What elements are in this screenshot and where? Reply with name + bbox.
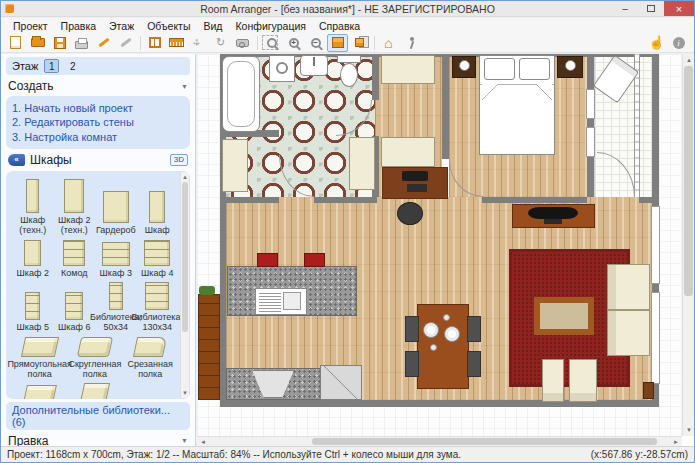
- floor-1-button[interactable]: 1: [44, 59, 59, 73]
- eraser-tool-button[interactable]: [115, 34, 136, 52]
- zoom-selection-button[interactable]: [261, 34, 282, 52]
- link-room-settings[interactable]: 3. Настройка комнат: [12, 130, 184, 144]
- lamp[interactable]: [459, 60, 470, 71]
- dishwasher[interactable]: [320, 365, 362, 400]
- open-button[interactable]: [27, 34, 48, 52]
- create-section-header[interactable]: Создать ▼: [6, 75, 190, 96]
- furniture-item[interactable]: [67, 380, 122, 399]
- draw-tool-button[interactable]: [93, 34, 114, 52]
- furniture-item[interactable]: Гардероб: [95, 176, 137, 237]
- move-objects-button[interactable]: ↔↕: [188, 34, 209, 52]
- edit-walls-button[interactable]: [144, 34, 165, 52]
- maximize-button[interactable]: [638, 1, 664, 16]
- menu-configuration[interactable]: Конфигурация: [229, 19, 311, 33]
- save-button[interactable]: [49, 34, 70, 52]
- tv[interactable]: [528, 207, 578, 219]
- dimensions-button[interactable]: [166, 34, 187, 52]
- monitor[interactable]: [402, 171, 428, 181]
- furniture-item[interactable]: Шкаф (техн.): [12, 176, 54, 237]
- toilet-bowl[interactable]: [340, 63, 358, 87]
- armchair[interactable]: [542, 359, 564, 402]
- menu-help[interactable]: Справка: [313, 19, 366, 33]
- window[interactable]: [651, 206, 660, 284]
- furniture-item[interactable]: Шкаф 4: [137, 237, 179, 279]
- dining-chair[interactable]: [467, 351, 481, 377]
- dining-chair[interactable]: [405, 351, 419, 377]
- print-button[interactable]: [71, 34, 92, 52]
- plant[interactable]: [199, 286, 215, 295]
- furniture-item[interactable]: Библиотека; 50x34: [95, 279, 137, 334]
- menu-project[interactable]: Проект: [7, 19, 54, 33]
- menu-edit[interactable]: Правка: [55, 19, 102, 33]
- furniture-scrollbar[interactable]: ▲ ▼: [180, 171, 190, 399]
- dining-chair[interactable]: [405, 316, 419, 342]
- furniture-item[interactable]: Срезанная полка: [123, 334, 178, 381]
- furniture-item[interactable]: Библиотека; 130x34: [137, 279, 179, 334]
- coffee-table[interactable]: [534, 297, 594, 335]
- window[interactable]: [651, 292, 660, 384]
- wardrobe[interactable]: [381, 137, 435, 167]
- cabinet[interactable]: [349, 137, 375, 190]
- furniture-item[interactable]: Шкаф 2: [12, 237, 54, 279]
- menu-floor[interactable]: Этаж: [103, 19, 140, 33]
- furniture-item[interactable]: Комод: [54, 237, 96, 279]
- link-new-project[interactable]: 1. Начать новый проект: [12, 101, 184, 115]
- link-edit-walls[interactable]: 2. Редактировать стены: [12, 115, 184, 129]
- floor-2-button[interactable]: 2: [65, 59, 80, 73]
- horizontal-scrollbar[interactable]: ◄ ►: [197, 436, 682, 446]
- scrollbar-thumb[interactable]: [684, 66, 693, 296]
- zoom-in-button[interactable]: +: [283, 34, 304, 52]
- minimize-button[interactable]: –: [612, 1, 638, 16]
- vertical-scrollbar[interactable]: ▲ ▼: [682, 54, 694, 436]
- menu-view[interactable]: Вид: [197, 19, 228, 33]
- preview-3d-button[interactable]: 3D: [170, 154, 188, 166]
- window[interactable]: [586, 127, 595, 157]
- furniture-item[interactable]: Шкаф: [137, 176, 179, 237]
- bar-stool[interactable]: [304, 253, 325, 267]
- scroll-down-icon[interactable]: ▼: [181, 390, 189, 396]
- menu-objects[interactable]: Объекты: [141, 19, 196, 33]
- info-button[interactable]: i: [668, 34, 689, 52]
- tape-measure-button[interactable]: [232, 34, 253, 52]
- keyboard[interactable]: [407, 184, 427, 192]
- home-3d-button[interactable]: ⌂: [378, 34, 399, 52]
- bar-stool[interactable]: [257, 253, 278, 267]
- close-button[interactable]: ×: [664, 1, 694, 16]
- furniture-item[interactable]: Шкаф 3: [95, 237, 137, 279]
- rotate-objects-button[interactable]: ↻: [210, 34, 231, 52]
- dining-chair[interactable]: [467, 316, 481, 342]
- scroll-up-icon[interactable]: ▲: [686, 57, 692, 63]
- floor-plan[interactable]: [197, 54, 682, 436]
- cabinet[interactable]: [222, 139, 248, 192]
- edit-section-header[interactable]: Правка ▼: [6, 430, 190, 446]
- copy-3d-view-button[interactable]: [349, 34, 370, 52]
- window[interactable]: [586, 89, 595, 119]
- furniture-item[interactable]: Скругленная полка: [67, 334, 122, 381]
- wardrobe[interactable]: [381, 55, 435, 84]
- furniture-item[interactable]: Шкаф 6: [54, 279, 96, 334]
- more-libraries-link[interactable]: Дополнительные библиотеки... (6): [6, 402, 190, 430]
- furniture-item[interactable]: Прямоугольная полка: [12, 334, 67, 381]
- staircase[interactable]: [198, 294, 220, 400]
- furniture-item[interactable]: Шкаф 2 (техн.): [54, 176, 96, 237]
- sofa[interactable]: [607, 264, 650, 356]
- lamp[interactable]: [565, 60, 576, 71]
- armchair[interactable]: [569, 359, 597, 402]
- scrollbar-thumb[interactable]: [312, 438, 657, 445]
- scrollbar-thumb[interactable]: [182, 182, 188, 332]
- category-back-icon[interactable]: «: [8, 154, 25, 166]
- view-3d-button[interactable]: [327, 34, 348, 52]
- hand-cursor-button[interactable]: ☝: [646, 34, 667, 52]
- scroll-up-icon[interactable]: ▲: [181, 174, 189, 180]
- radiator[interactable]: [643, 382, 654, 399]
- scroll-right-icon[interactable]: ►: [673, 439, 679, 445]
- office-chair[interactable]: [397, 202, 423, 225]
- new-file-button[interactable]: [5, 34, 26, 52]
- scroll-left-icon[interactable]: ◄: [200, 439, 206, 445]
- furniture-item[interactable]: Шкаф 5: [12, 279, 54, 334]
- scroll-down-icon[interactable]: ▼: [686, 427, 692, 433]
- toilet-tank[interactable]: [337, 55, 361, 63]
- furniture-item[interactable]: [12, 380, 67, 399]
- zoom-out-button[interactable]: −: [305, 34, 326, 52]
- walk-mode-button[interactable]: [400, 34, 421, 52]
